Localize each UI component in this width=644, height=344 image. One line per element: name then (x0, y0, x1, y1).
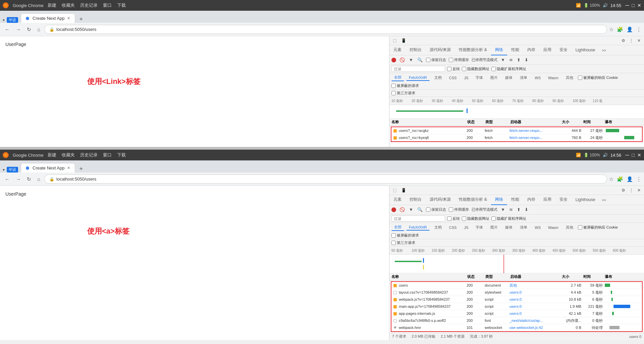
filter-all-2[interactable]: 全部 (391, 224, 404, 231)
record-btn-1[interactable] (391, 58, 396, 62)
table-row[interactable]: users 200 document 其他 2.7 kB 59 毫秒 (391, 282, 642, 289)
table-row[interactable]: users?_rsc=acgkz 200 fetch fetch-server-… (391, 127, 642, 134)
minimize-btn-2[interactable]: ─ (625, 152, 629, 158)
filter-toggle-btn-1[interactable]: ▼ (408, 57, 414, 63)
device-btn-2[interactable]: 📱 (400, 187, 408, 193)
filter-input-2[interactable] (391, 215, 445, 222)
search-network-btn-1[interactable]: 🔍 (417, 57, 423, 63)
menu-download[interactable]: 下载 (117, 2, 126, 8)
filter-manifest-2[interactable]: 清单 (517, 224, 530, 231)
preserve-log-checkbox-1[interactable]: 保留日志 (426, 57, 446, 62)
menu-window-2[interactable]: 窗口 (103, 152, 112, 158)
settings-btn-1[interactable]: ⚙ (620, 38, 627, 44)
hide-data-url-checkbox-1[interactable]: 隐藏数据网址 (462, 66, 489, 71)
filter-ws-1[interactable]: WS (532, 75, 543, 81)
devtools-tab-network[interactable]: 网络 (491, 45, 507, 55)
filter-img-1[interactable]: 图片 (488, 75, 500, 81)
table-row[interactable]: c9a5bc6a7c948fb0-s.p.woff2 200 font _nex… (391, 317, 642, 324)
devtools-tab-lighthouse-2[interactable]: Lighthouse (572, 195, 599, 205)
devtools-close-btn-2[interactable]: ✕ (636, 187, 642, 193)
table-row[interactable]: app-pages-internals.js 200 script users:… (391, 310, 642, 317)
filter-media-1[interactable]: 媒体 (502, 75, 515, 81)
blocked-cookie-checkbox-1[interactable]: 被屏蔽的响应 Cookie (578, 75, 618, 80)
reload-btn-2[interactable]: ↻ (25, 175, 33, 184)
hide-ext-checkbox-1[interactable]: 隐藏扩展程序网址 (491, 66, 526, 71)
filter-font-2[interactable]: 字体 (473, 224, 486, 231)
third-party-checkbox-1[interactable]: 第三方请求 (391, 91, 415, 96)
devtools-tab-security[interactable]: 安全 (555, 45, 572, 55)
forward-btn-2[interactable]: → (14, 175, 23, 183)
disable-cache-checkbox-1[interactable]: 停用缓存 (449, 57, 469, 62)
close-btn-2[interactable]: ✕ (637, 152, 641, 158)
inspect-btn-2[interactable]: ⬚ (391, 187, 398, 193)
devtools-tab-perf-2[interactable]: 性能 (507, 195, 523, 205)
download-btn-1[interactable]: ⬇ (524, 57, 529, 63)
tab-dropdown-icon-1[interactable]: ▾ (3, 18, 5, 22)
third-party-checkbox-2[interactable]: 第三方请求 (391, 240, 415, 245)
address-box-1[interactable]: 🔒 localhost:5050/users (44, 25, 607, 34)
filter-font-1[interactable]: 字体 (473, 75, 486, 81)
upload-btn-2[interactable]: ⬆ (516, 206, 521, 213)
filter-fetch-2[interactable]: Fetch/XHR (406, 225, 430, 231)
home-btn-1[interactable]: ⌂ (35, 25, 42, 34)
preserve-log-checkbox-2[interactable]: 保留日志 (426, 207, 446, 212)
throttle-dropdown-1[interactable]: ▼ (500, 57, 506, 63)
new-tab-btn-2[interactable]: + (76, 165, 86, 173)
device-btn-1[interactable]: 📱 (400, 38, 408, 44)
reload-btn-1[interactable]: ↻ (25, 25, 33, 34)
menu-new[interactable]: 新建 (48, 2, 56, 8)
filter-css-2[interactable]: CSS (446, 225, 460, 230)
tab-close-btn-1[interactable]: ✕ (67, 16, 70, 20)
table-row[interactable]: main-app.js?v=1708498584237 200 script u… (391, 303, 642, 310)
bookmark-icon-2[interactable]: ☆ (609, 176, 613, 182)
filter-doc-2[interactable]: 文档 (432, 224, 444, 231)
filter-css-1[interactable]: CSS (446, 75, 460, 81)
devtools-tab-sources-2[interactable]: 源代码/来源 (426, 195, 455, 205)
devtools-close-btn-1[interactable]: ✕ (636, 38, 642, 44)
devtools-tab-network-2[interactable]: 网络 (491, 195, 507, 205)
close-btn-1[interactable]: ✕ (637, 2, 641, 8)
devtools-tab-memory-2[interactable]: 内存 (523, 195, 539, 205)
menu-favorites[interactable]: 收藏夹 (62, 2, 75, 8)
menu-favorites-2[interactable]: 收藏夹 (62, 152, 75, 158)
filter-ws-2[interactable]: WS (532, 225, 543, 230)
search-network-btn-2[interactable]: 🔍 (417, 206, 423, 213)
filter-wasm-2[interactable]: Wasm (545, 225, 561, 230)
filter-input-1[interactable] (391, 66, 445, 72)
more-icon-2[interactable]: ⋮ (636, 176, 641, 182)
filter-toggle-btn-2[interactable]: ▼ (408, 206, 414, 213)
menu-download-2[interactable]: 下载 (117, 152, 126, 158)
table-row[interactable]: webpack.js?v=1708498584237 200 script us… (391, 296, 642, 303)
disable-cache-checkbox-2[interactable]: 停用缓存 (449, 207, 469, 212)
menu-new-2[interactable]: 新建 (48, 152, 56, 158)
filter-other-2[interactable]: 其他 (563, 224, 576, 231)
filter-doc-1[interactable]: 文档 (432, 75, 444, 81)
devtools-tab-more[interactable]: >> (599, 46, 609, 54)
menu-history-2[interactable]: 历史记录 (80, 152, 98, 158)
maximize-btn-1[interactable]: □ (632, 2, 635, 8)
online-btn-2[interactable]: ≋ (508, 206, 514, 213)
back-btn-1[interactable]: ← (3, 25, 12, 34)
invert-checkbox-1[interactable]: 反转 (447, 66, 460, 71)
profile-icon-1[interactable]: 👤 (627, 27, 633, 33)
menu-history[interactable]: 历史记录 (80, 2, 98, 8)
table-row[interactable]: ✳ webpack-hmr 101 websocket use-websocke… (391, 324, 642, 331)
clear-btn-2[interactable]: 🚫 (399, 206, 406, 213)
upload-btn-1[interactable]: ⬆ (516, 57, 521, 63)
blocked-req-checkbox-1[interactable]: 被屏蔽的请求 (391, 83, 419, 88)
devtools-tab-memory[interactable]: 内存 (523, 45, 539, 55)
settings-btn-2[interactable]: ⚙ (620, 187, 627, 193)
devtools-tab-more-2[interactable]: >> (599, 196, 609, 204)
filter-manifest-1[interactable]: 清单 (517, 75, 530, 81)
invert-checkbox-2[interactable]: 反转 (447, 216, 460, 221)
home-btn-2[interactable]: ⌂ (35, 175, 42, 183)
blocked-cookie-checkbox-2[interactable]: 被屏蔽的响应 Cookie (578, 225, 618, 230)
filter-js-1[interactable]: JS (461, 75, 471, 81)
devtools-tab-performance[interactable]: 性能数据分析 & (455, 45, 491, 55)
inspect-btn-1[interactable]: ⬚ (391, 38, 398, 44)
devtools-tab-console-2[interactable]: 控制台 (406, 195, 426, 205)
profile-icon-2[interactable]: 👤 (627, 176, 633, 182)
download-btn-2[interactable]: ⬇ (524, 206, 529, 213)
devtools-tab-performance-2[interactable]: 性能数据分析 & (455, 195, 491, 205)
table-row[interactable]: layout.css?v=1708498584237 200 styleshee… (391, 289, 642, 296)
